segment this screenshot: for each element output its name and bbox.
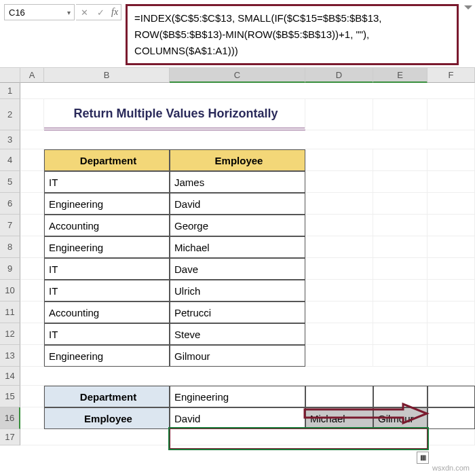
row-header-7[interactable]: 7	[0, 215, 20, 236]
chevron-down-icon[interactable]: ▾	[63, 9, 74, 16]
table-cell[interactable]: Engineering	[44, 236, 170, 258]
cell[interactable]	[428, 149, 475, 171]
table-cell[interactable]: Steve	[170, 323, 305, 345]
table-cell[interactable]: Ulrich	[170, 280, 305, 301]
table-cell[interactable]: James	[170, 171, 305, 193]
cell[interactable]	[305, 149, 373, 171]
cell[interactable]	[20, 280, 44, 301]
cell[interactable]	[20, 301, 44, 323]
row-header-9[interactable]: 9	[0, 258, 20, 280]
table-cell[interactable]: Accounting	[44, 301, 170, 323]
row-header-15[interactable]: 15	[0, 386, 20, 407]
row-header-17[interactable]: 17	[0, 429, 20, 445]
cell[interactable]	[305, 280, 373, 301]
row-header-6[interactable]: 6	[0, 193, 20, 215]
name-box[interactable]: C16 ▾	[4, 4, 75, 20]
cell[interactable]	[373, 323, 428, 345]
cell[interactable]	[428, 258, 475, 280]
table-cell[interactable]: David	[170, 193, 305, 215]
row-header-11[interactable]: 11	[0, 301, 20, 323]
col-header-A[interactable]: A	[20, 68, 44, 83]
row-header-16[interactable]: 16	[0, 407, 20, 429]
cell[interactable]	[428, 215, 475, 236]
cell[interactable]	[20, 258, 44, 280]
result-cell-1[interactable]: David	[170, 407, 305, 429]
col-header-B[interactable]: B	[44, 68, 170, 83]
row-header-4[interactable]: 4	[0, 149, 20, 171]
cell[interactable]	[305, 236, 373, 258]
spreadsheet-grid[interactable]: A B C D E F 1 2 Return Multiple Values H…	[0, 68, 475, 445]
select-all-corner[interactable]	[0, 68, 20, 83]
col-header-D[interactable]: D	[305, 68, 373, 83]
cell[interactable]	[20, 429, 475, 445]
cell[interactable]	[373, 301, 428, 323]
table-cell[interactable]: IT	[44, 280, 170, 301]
cell[interactable]	[373, 193, 428, 215]
cell[interactable]	[373, 99, 428, 130]
fx-icon[interactable]: fx	[109, 7, 121, 18]
table-cell[interactable]: Engineering	[44, 345, 170, 367]
cell[interactable]	[20, 345, 44, 367]
table-cell[interactable]: Gilmour	[170, 345, 305, 367]
cell[interactable]	[428, 280, 475, 301]
cell[interactable]	[305, 171, 373, 193]
cancel-icon[interactable]: ✕	[76, 7, 92, 18]
cell[interactable]	[305, 345, 373, 367]
ribbon-collapse-icon[interactable]	[464, 5, 472, 10]
cell[interactable]	[373, 258, 428, 280]
row-header-10[interactable]: 10	[0, 280, 20, 301]
col-header-F[interactable]: F	[428, 68, 475, 83]
cell[interactable]	[373, 215, 428, 236]
table-cell[interactable]: IT	[44, 171, 170, 193]
table-cell[interactable]: Dave	[170, 258, 305, 280]
row-header-12[interactable]: 12	[0, 323, 20, 345]
cell[interactable]	[428, 386, 475, 407]
cell[interactable]	[428, 407, 475, 429]
cell[interactable]	[20, 236, 44, 258]
cell[interactable]	[428, 345, 475, 367]
cell[interactable]	[20, 130, 475, 149]
cell[interactable]	[305, 258, 373, 280]
table-cell[interactable]: Engineering	[44, 193, 170, 215]
cell[interactable]	[305, 323, 373, 345]
table-header-employee[interactable]: Employee	[170, 149, 305, 171]
lookup-department-label[interactable]: Department	[44, 386, 170, 407]
cell[interactable]	[373, 149, 428, 171]
cell[interactable]	[373, 236, 428, 258]
table-cell[interactable]: George	[170, 215, 305, 236]
cell[interactable]	[373, 280, 428, 301]
table-cell[interactable]: IT	[44, 323, 170, 345]
cell[interactable]	[20, 215, 44, 236]
lookup-department-value[interactable]: Engineering	[170, 386, 305, 407]
cell[interactable]	[428, 301, 475, 323]
check-icon[interactable]: ✓	[92, 7, 109, 18]
autofill-options-icon[interactable]: ▦	[417, 452, 429, 464]
cell[interactable]	[20, 193, 44, 215]
row-header-14[interactable]: 14	[0, 367, 20, 386]
cell[interactable]	[20, 323, 44, 345]
row-header-1[interactable]: 1	[0, 83, 20, 99]
cell[interactable]	[428, 193, 475, 215]
cell[interactable]	[305, 301, 373, 323]
cell[interactable]	[305, 99, 373, 130]
cell[interactable]	[20, 407, 44, 429]
cell[interactable]	[428, 99, 475, 130]
cell[interactable]	[20, 99, 44, 130]
row-header-3[interactable]: 3	[0, 130, 20, 149]
formula-bar[interactable]: =INDEX($C$5:$C$13, SMALL(IF($C$15=$B$5:$…	[126, 4, 459, 65]
cell[interactable]	[428, 323, 475, 345]
col-header-E[interactable]: E	[373, 68, 428, 83]
row-header-13[interactable]: 13	[0, 345, 20, 367]
cell[interactable]	[428, 236, 475, 258]
col-header-C[interactable]: C	[170, 68, 305, 83]
row-header-5[interactable]: 5	[0, 171, 20, 193]
table-cell[interactable]: Michael	[170, 236, 305, 258]
table-cell[interactable]: Accounting	[44, 215, 170, 236]
table-header-department[interactable]: Department	[44, 149, 170, 171]
cell[interactable]	[20, 171, 44, 193]
cell[interactable]	[20, 367, 475, 386]
cell[interactable]	[20, 386, 44, 407]
cell[interactable]	[305, 193, 373, 215]
cell[interactable]	[373, 345, 428, 367]
row-header-8[interactable]: 8	[0, 236, 20, 258]
